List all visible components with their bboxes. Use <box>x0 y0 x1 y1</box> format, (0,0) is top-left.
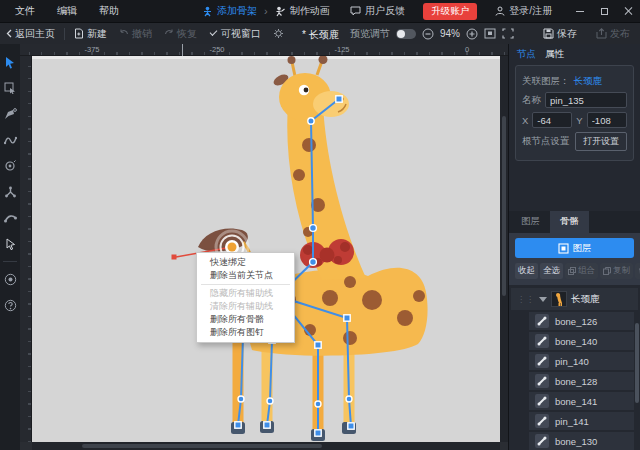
preview-toggle[interactable] <box>396 29 416 39</box>
bone-list-item[interactable]: bone_126 <box>529 312 634 330</box>
back-home-button[interactable]: 返回主页 <box>0 27 61 41</box>
delete-button[interactable]: 删除 <box>635 263 640 279</box>
login-label: 登录/注册 <box>509 4 552 18</box>
zoom-in-icon[interactable] <box>466 28 478 40</box>
menu-item-delete-all-pins[interactable]: 删除所有图钉 <box>197 326 294 339</box>
linked-layer-link[interactable]: 长颈鹿 <box>574 75 603 88</box>
bone-name: bone_140 <box>555 336 597 347</box>
document-tab[interactable]: * 长颈鹿 <box>296 26 345 46</box>
node-title: 节点 <box>517 48 536 61</box>
collapse-button[interactable]: 收起 <box>515 263 538 279</box>
fit-view-icon[interactable] <box>484 28 496 39</box>
bone-chain-tool[interactable] <box>0 127 20 153</box>
vertical-scrollbar[interactable] <box>500 56 508 442</box>
step-add-skeleton[interactable]: 添加骨架 <box>202 4 257 18</box>
scrollbar-thumb[interactable] <box>82 444 322 448</box>
horizontal-scrollbar[interactable] <box>32 442 500 450</box>
select-tool[interactable] <box>0 49 20 75</box>
bone-list-item[interactable]: bone_141 <box>529 392 634 410</box>
bone-list-item[interactable]: bone_130 <box>529 432 634 450</box>
expand-caret-icon[interactable] <box>539 297 547 302</box>
bone-icon <box>535 374 549 388</box>
tab-layers[interactable]: 图层 <box>511 211 550 233</box>
help-button[interactable] <box>0 292 20 318</box>
layer-thumbnail <box>551 291 567 307</box>
zoom-out-icon[interactable] <box>422 28 434 40</box>
transform-tool[interactable] <box>0 75 20 101</box>
viewport-settings-button[interactable] <box>267 28 290 39</box>
divider <box>64 28 65 40</box>
publish-button[interactable]: 发布 <box>590 27 636 41</box>
bone-list-item[interactable]: pin_141 <box>529 412 634 430</box>
skeleton-branch-tool[interactable] <box>0 179 20 205</box>
layer-mode-button[interactable]: 图层 <box>515 238 634 258</box>
bone-list-item[interactable]: bone_128 <box>529 372 634 390</box>
bone-icon <box>535 414 549 428</box>
gear-icon <box>273 28 284 39</box>
feedback-button[interactable]: 用户反馈 <box>342 0 413 22</box>
fullscreen-icon[interactable] <box>502 28 514 39</box>
title-bar: 文件 编辑 帮助 添加骨架 › 制作动画 用户反馈 升级账户 登录/注册 <box>0 0 640 22</box>
stage[interactable] <box>32 56 500 442</box>
list-scrollbar-thumb[interactable] <box>635 323 639 403</box>
pin-tool[interactable] <box>0 101 20 127</box>
name-input[interactable] <box>545 92 627 108</box>
menu-edit[interactable]: 编辑 <box>48 1 86 21</box>
menu-help[interactable]: 帮助 <box>90 1 128 21</box>
toolbar-right: 保存 发布 <box>537 27 636 41</box>
step-make-animation[interactable]: 制作动画 <box>275 4 330 18</box>
y-input[interactable] <box>587 112 627 128</box>
layer-icon <box>558 243 569 254</box>
curve-bone-tool[interactable] <box>0 205 20 231</box>
visibility-tool[interactable] <box>0 266 20 292</box>
bone-list-item[interactable]: pin_140 <box>529 352 634 370</box>
upgrade-account-button[interactable]: 升级账户 <box>423 3 477 20</box>
bone-list-item[interactable]: bone_140 <box>529 332 634 350</box>
feedback-bubble-icon <box>350 6 361 16</box>
joint-circle-icon <box>4 160 16 172</box>
titlebar-right: 用户反馈 升级账户 登录/注册 <box>342 0 640 22</box>
bone-name: bone_128 <box>555 376 597 387</box>
close-button[interactable] <box>616 0 640 22</box>
minimize-button[interactable] <box>568 0 592 22</box>
attributes-title: 属性 <box>545 48 564 61</box>
scrollbar-thumb[interactable] <box>502 116 506 296</box>
layer-mode-label: 图层 <box>573 242 592 255</box>
preview-adjust-label: 预览调节 <box>350 27 390 41</box>
cursor-icon <box>4 56 16 69</box>
copy-icon <box>603 267 611 275</box>
menu-item-clear-guides[interactable]: 清除所有辅助线 <box>197 300 294 313</box>
viewport-checkbox[interactable]: 可视窗口 <box>203 27 267 41</box>
joint-tool[interactable] <box>0 153 20 179</box>
root-layer-row[interactable]: ⋮⋮ 长颈鹿 <box>511 288 638 310</box>
right-panel: 节点 属性 关联图层： 长颈鹿 名称 X Y <box>508 44 640 450</box>
canvas-area[interactable]: -375 -250 -125 0 <box>20 44 508 450</box>
pointer-tool[interactable] <box>0 231 20 257</box>
root-node-label: 根节点设置 <box>522 135 570 148</box>
login-button[interactable]: 登录/注册 <box>487 0 560 22</box>
menu-file[interactable]: 文件 <box>6 1 44 21</box>
copy-button[interactable]: 复制 <box>600 263 633 279</box>
zoom-percentage[interactable]: 94% <box>440 28 460 39</box>
new-button[interactable]: 新建 <box>68 27 113 41</box>
group-button[interactable]: 组合 <box>565 263 598 279</box>
redo-button[interactable]: 恢复 <box>158 27 203 41</box>
save-button[interactable]: 保存 <box>537 27 583 41</box>
menu-item-delete-all-bones[interactable]: 删除所有骨骼 <box>197 313 294 326</box>
ruler-label: 0 <box>452 45 482 54</box>
maximize-icon <box>601 8 608 15</box>
context-menu: 快速绑定 删除当前关节点 隐藏所有辅助线 清除所有辅助线 删除所有骨骼 删除所有… <box>196 252 295 343</box>
bone-fork-icon <box>4 186 17 198</box>
menu-item-delete-current-joint[interactable]: 删除当前关节点 <box>197 269 294 282</box>
panel-tabs: 图层 骨骼 <box>509 211 640 233</box>
menu-item-hide-guides[interactable]: 隐藏所有辅助线 <box>197 287 294 300</box>
select-all-button[interactable]: 全选 <box>540 263 563 279</box>
x-input[interactable] <box>532 112 572 128</box>
ruler-label: -250 <box>202 45 232 54</box>
drag-handle-icon[interactable]: ⋮⋮ <box>517 295 535 304</box>
undo-button[interactable]: 撤销 <box>113 27 158 41</box>
maximize-button[interactable] <box>592 0 616 22</box>
open-settings-button[interactable]: 打开设置 <box>575 132 627 151</box>
menu-item-quick-bind[interactable]: 快速绑定 <box>197 256 294 269</box>
tab-bones[interactable]: 骨骼 <box>550 211 589 233</box>
